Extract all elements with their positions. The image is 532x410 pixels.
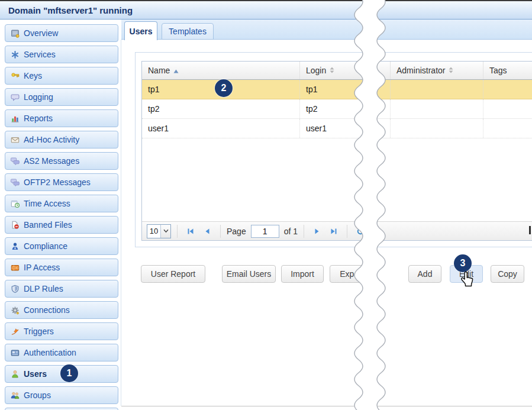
id-card-icon bbox=[11, 348, 20, 357]
calendar-clock-icon bbox=[11, 199, 20, 208]
sidebar-item-overview[interactable]: Overview bbox=[5, 24, 118, 42]
sidebar-item-label: Banned Files bbox=[24, 220, 72, 230]
callout-step-1-badge: 1 bbox=[60, 364, 78, 382]
sort-both-icon bbox=[330, 62, 334, 79]
cell-name: user1 bbox=[142, 119, 300, 138]
sidebar-item-label: AS2 Messages bbox=[24, 156, 79, 166]
flame-icon bbox=[11, 327, 20, 336]
pager-separator bbox=[177, 225, 178, 238]
callout-step-3-badge: 3 bbox=[454, 254, 472, 272]
sidebar-item-triggers[interactable]: Triggers bbox=[5, 322, 118, 340]
table-row-tp1[interactable]: tp1tp1 bbox=[142, 80, 532, 99]
sidebar-item-compliance[interactable]: Compliance bbox=[5, 237, 118, 255]
sidebar-item-dlp-rules[interactable]: DLP Rules bbox=[5, 280, 118, 298]
column-header-name[interactable]: Name bbox=[142, 62, 300, 79]
content-bottom-border bbox=[121, 406, 532, 406]
sidebar-item-label: IP Access bbox=[24, 263, 60, 272]
import-button[interactable]: Import bbox=[281, 265, 324, 283]
key-icon bbox=[11, 72, 20, 80]
cell-administrator bbox=[391, 119, 483, 138]
sidebar-item-banned-files[interactable]: Banned Files bbox=[5, 216, 118, 234]
column-header-tags[interactable]: Tags bbox=[483, 62, 532, 79]
cell-administrator bbox=[391, 80, 483, 99]
column-label: Login bbox=[306, 62, 326, 79]
firewall-icon bbox=[11, 263, 20, 272]
sidebar-item-label: Logging bbox=[24, 92, 53, 102]
tab-templates[interactable]: Templates bbox=[162, 23, 214, 40]
server-icon bbox=[11, 29, 20, 38]
previous-page-button[interactable] bbox=[200, 225, 214, 238]
sidebar-item-label: Connections bbox=[24, 305, 70, 315]
messages-icon bbox=[11, 157, 20, 166]
page-number-input[interactable]: 1 bbox=[251, 225, 279, 238]
services-asterisk-icon bbox=[11, 50, 20, 59]
sidebar-item-services[interactable]: Services bbox=[5, 46, 118, 63]
envelope-icon bbox=[11, 135, 20, 144]
table-header-row: NameLoginAdministratorTags bbox=[142, 62, 532, 80]
messages-icon bbox=[11, 178, 20, 187]
last-page-button[interactable] bbox=[327, 225, 341, 238]
export-button[interactable]: Export bbox=[330, 265, 374, 283]
page-label: Page bbox=[227, 227, 246, 236]
mft-admin-window: Domain "mftserver1" running UsersTemplat… bbox=[0, 0, 532, 410]
cell-tags bbox=[483, 99, 532, 118]
column-label: Administrator bbox=[396, 62, 445, 79]
column-header-administrator[interactable]: Administrator bbox=[391, 62, 483, 79]
next-page-button[interactable] bbox=[310, 225, 324, 238]
sort-ascending-icon bbox=[173, 62, 179, 79]
column-header-login[interactable]: Login bbox=[300, 62, 391, 79]
sidebar-item-authentication[interactable]: Authentication bbox=[5, 344, 118, 361]
user-report-button[interactable]: User Report bbox=[141, 265, 205, 283]
cell-administrator bbox=[391, 99, 483, 118]
bar-chart-icon bbox=[11, 114, 20, 123]
callout-step-2-badge: 2 bbox=[215, 79, 233, 97]
sidebar-item-ad-hoc-activity[interactable]: Ad-Hoc Activity bbox=[5, 131, 118, 148]
tab-users[interactable]: Users bbox=[124, 21, 157, 40]
sidebar-item-groups[interactable]: Groups bbox=[5, 386, 118, 404]
sidebar-item-oftp2-messages[interactable]: OFTP2 Messages bbox=[5, 173, 118, 191]
pager-separator bbox=[304, 225, 304, 238]
chevron-down-icon bbox=[160, 225, 170, 238]
sidebar-item-label: Reports bbox=[24, 114, 53, 123]
table-row-tp2[interactable]: tp2tp2 bbox=[142, 99, 532, 119]
cell-tags bbox=[483, 119, 532, 138]
sidebar-item-logging[interactable]: Logging bbox=[5, 88, 118, 106]
speech-bubble-icon bbox=[11, 93, 20, 102]
add-button[interactable]: Add bbox=[408, 265, 441, 283]
page-size-value: 10 bbox=[147, 225, 160, 238]
pager-separator bbox=[347, 225, 347, 238]
sidebar-item-as2-messages[interactable]: AS2 Messages bbox=[5, 152, 118, 170]
content-left-border bbox=[121, 40, 121, 406]
column-label: Tags bbox=[489, 62, 507, 79]
sidebar-item-ip-access[interactable]: IP Access bbox=[5, 259, 118, 276]
shield-icon bbox=[11, 285, 20, 293]
sidebar-item-reports[interactable]: Reports bbox=[5, 109, 118, 127]
sidebar-item-label: Time Access bbox=[24, 199, 70, 208]
sidebar-item-label: Overview bbox=[24, 28, 58, 38]
cell-name: tp2 bbox=[142, 99, 300, 118]
sidebar-item-label: Users bbox=[24, 369, 47, 379]
sidebar-item-connections[interactable]: Connections bbox=[5, 301, 118, 319]
clipped-text-fragment bbox=[529, 226, 531, 234]
domain-title-bar: Domain "mftserver1" running bbox=[0, 0, 532, 20]
cell-login: tp1 bbox=[300, 80, 391, 99]
page-title: Domain "mftserver1" running bbox=[8, 5, 133, 15]
sidebar-item-time-access[interactable]: Time Access bbox=[5, 195, 118, 212]
table-row-user1[interactable]: user1user1 bbox=[142, 119, 532, 138]
sidebar-item-keys[interactable]: Keys bbox=[5, 67, 118, 85]
sidebar-item-label: Groups bbox=[24, 390, 51, 400]
first-page-button[interactable] bbox=[183, 225, 198, 238]
column-label: Name bbox=[148, 62, 170, 79]
email-users-button[interactable]: Email Users bbox=[222, 265, 276, 283]
copy-button[interactable]: Copy bbox=[491, 265, 524, 283]
sidebar-item-label: OFTP2 Messages bbox=[24, 177, 91, 187]
refresh-icon[interactable] bbox=[353, 225, 367, 238]
cell-tags bbox=[483, 80, 532, 99]
page-size-select[interactable]: 10 bbox=[147, 224, 171, 238]
pager-separator bbox=[220, 225, 221, 238]
page-count-label: of 1 bbox=[284, 227, 298, 236]
cell-login: tp2 bbox=[300, 99, 391, 118]
banned-file-icon bbox=[11, 221, 20, 230]
sidebar-item-clipped bbox=[5, 408, 118, 410]
sidebar-item-label: Keys bbox=[24, 71, 42, 80]
